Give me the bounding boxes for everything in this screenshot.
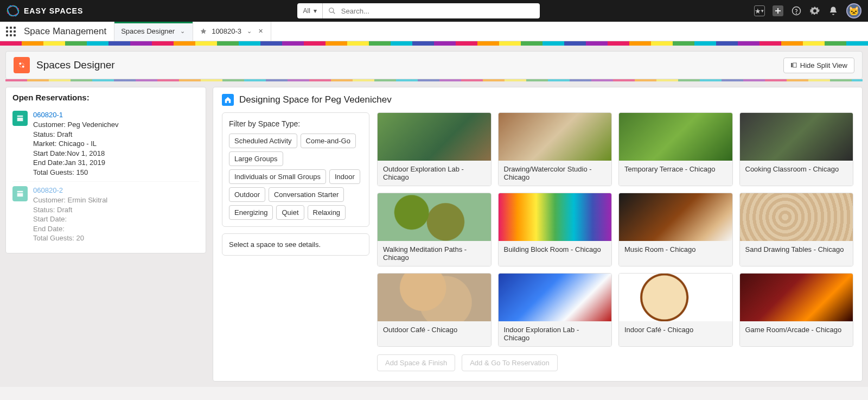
space-card[interactable]: Indoor Café - Chicago	[618, 273, 733, 347]
space-card[interactable]: Cooking Classroom - Chicago	[739, 112, 854, 186]
space-label: Outdoor Exploration Lab - Chicago	[378, 161, 491, 186]
space-thumbnail	[619, 193, 732, 241]
nav-tab-label: Spaces Designer	[121, 27, 175, 35]
reservation-guests: Total Guests: 20	[33, 233, 107, 243]
space-label: Game Room/Arcade - Chicago	[740, 321, 853, 346]
global-header: EASY SPACES All ▾ ★▾ 🐱	[0, 0, 868, 22]
space-label: Indoor Exploration Lab - Chicago	[499, 321, 612, 346]
logo-icon	[7, 4, 20, 17]
add-go-reservation-button[interactable]: Add & Go To Reservation	[462, 354, 557, 371]
filter-chip[interactable]: Energizing	[229, 205, 273, 220]
chevron-down-icon[interactable]: ⌄	[246, 27, 253, 36]
space-thumbnail	[740, 113, 853, 161]
space-thumbnail	[740, 193, 853, 241]
filter-chip[interactable]: Indoor	[329, 169, 360, 184]
filter-title: Filter by Space Type:	[229, 119, 362, 128]
space-thumbnail	[378, 274, 491, 321]
filter-chip[interactable]: Scheduled Activity	[229, 134, 297, 148]
reservation-customer: Customer: Peg Vedenichev	[33, 120, 119, 130]
add-space-finish-button[interactable]: Add Space & Finish	[377, 354, 455, 371]
svg-line-4	[333, 12, 335, 14]
svg-marker-2	[7, 4, 20, 17]
space-card[interactable]: Temporary Terrace - Chicago	[618, 112, 733, 186]
reservation-status: Status: Draft	[33, 205, 107, 215]
global-search: All ▾	[297, 3, 539, 18]
filter-chip[interactable]: Individuals or Small Groups	[229, 169, 326, 184]
app-name: Space Management	[22, 22, 114, 41]
filter-chip[interactable]: Conversation Starter	[269, 187, 344, 202]
space-card[interactable]: Indoor Exploration Lab - Chicago	[498, 273, 612, 347]
reservation-link[interactable]: 060820-2	[33, 186, 107, 194]
space-card[interactable]: Outdoor Exploration Lab - Chicago	[377, 112, 492, 186]
reservation-link[interactable]: 060820-1	[33, 111, 119, 119]
space-card[interactable]: Walking Meditation Paths - Chicago	[377, 193, 492, 266]
svg-point-7	[19, 62, 21, 65]
reservation-customer: Customer: Ermin Skitral	[33, 195, 107, 205]
nav-tab-label: 100820-3	[212, 27, 241, 35]
space-thumbnail	[499, 193, 612, 241]
notifications-icon[interactable]	[828, 5, 839, 16]
user-avatar[interactable]: 🐱	[846, 3, 861, 18]
space-label: Sand Drawing Tables - Chicago	[740, 241, 853, 266]
space-card[interactable]: Drawing/Watercolor Studio - Chicago	[498, 112, 612, 186]
search-scope-label: All	[303, 7, 310, 15]
nav-bar: Space Management Spaces Designer⌄100820-…	[0, 22, 868, 41]
space-card[interactable]: Game Room/Arcade - Chicago	[739, 273, 854, 347]
reservation-end: End Date:Jan 31, 2019	[33, 158, 119, 168]
brand-logo: EASY SPACES	[7, 4, 83, 17]
hide-split-view-button[interactable]: Hide Split View	[783, 58, 854, 73]
chevron-down-icon[interactable]: ⌄	[179, 27, 186, 36]
space-thumbnail	[378, 193, 491, 241]
reservation-start: Start Date:	[33, 214, 107, 224]
filter-panel: Filter by Space Type: Scheduled Activity…	[222, 112, 369, 227]
filter-chip[interactable]: Relaxing	[308, 205, 346, 220]
space-card[interactable]: Building Block Room - Chicago	[498, 193, 612, 266]
filter-chip[interactable]: Large Groups	[229, 151, 283, 166]
decorative-strip	[5, 79, 863, 81]
search-box	[323, 3, 540, 18]
space-label: Cooking Classroom - Chicago	[740, 161, 853, 186]
svg-point-3	[329, 8, 334, 12]
space-card[interactable]: Sand Drawing Tables - Chicago	[739, 193, 854, 266]
reservation-guests: Total Guests: 150	[33, 168, 119, 177]
app-launcher-button[interactable]	[0, 22, 22, 41]
settings-icon[interactable]	[809, 5, 820, 16]
nav-tab[interactable]: Spaces Designer⌄	[114, 22, 193, 41]
nav-tab[interactable]: 100820-3⌄✕	[193, 22, 271, 41]
favorites-button[interactable]: ★▾	[754, 5, 765, 16]
search-input[interactable]	[341, 7, 534, 15]
help-icon[interactable]	[791, 5, 802, 16]
reservation-icon	[12, 111, 28, 126]
close-icon[interactable]: ✕	[257, 27, 264, 36]
space-card[interactable]: Outdoor Café - Chicago	[377, 273, 492, 347]
reservation-status: Status: Draft	[33, 130, 119, 139]
split-view-icon	[790, 62, 797, 68]
space-thumbnail	[619, 113, 732, 161]
filter-chip[interactable]: Outdoor	[229, 187, 265, 202]
space-label: Building Block Room - Chicago	[499, 241, 612, 266]
main-title: Designing Space for Peg Vedenichev	[239, 94, 392, 105]
reservation-card[interactable]: 060820-1 Customer: Peg Vedenichev Status…	[12, 106, 199, 181]
global-add-button[interactable]	[773, 5, 783, 16]
space-card[interactable]: Music Room - Chicago	[618, 193, 733, 266]
chevron-down-icon: ▾	[314, 7, 317, 15]
reservation-end: End Date:	[33, 224, 107, 234]
designing-space-icon	[222, 94, 234, 106]
record-icon	[200, 28, 207, 35]
space-label: Temporary Terrace - Chicago	[619, 161, 732, 186]
search-scope-dropdown[interactable]: All ▾	[297, 3, 322, 18]
reservation-icon	[12, 186, 28, 201]
open-reservations-panel: Open Reservations: 060820-1 Customer: Pe…	[5, 87, 206, 253]
decorative-strip	[0, 41, 868, 46]
page-header: Spaces Designer Hide Split View	[5, 51, 863, 79]
filter-chip[interactable]: Come-and-Go	[301, 134, 356, 148]
detail-panel: Select a space to see details.	[222, 233, 369, 256]
page-title: Spaces Designer	[36, 59, 115, 71]
svg-rect-10	[793, 63, 796, 67]
svg-point-6	[796, 13, 797, 14]
reservation-card[interactable]: 060820-2 Customer: Ermin Skitral Status:…	[12, 181, 199, 247]
svg-point-8	[22, 66, 24, 68]
space-label: Drawing/Watercolor Studio - Chicago	[499, 161, 612, 186]
filter-chip[interactable]: Quiet	[276, 205, 304, 220]
detail-hint: Select a space to see details.	[229, 240, 362, 249]
